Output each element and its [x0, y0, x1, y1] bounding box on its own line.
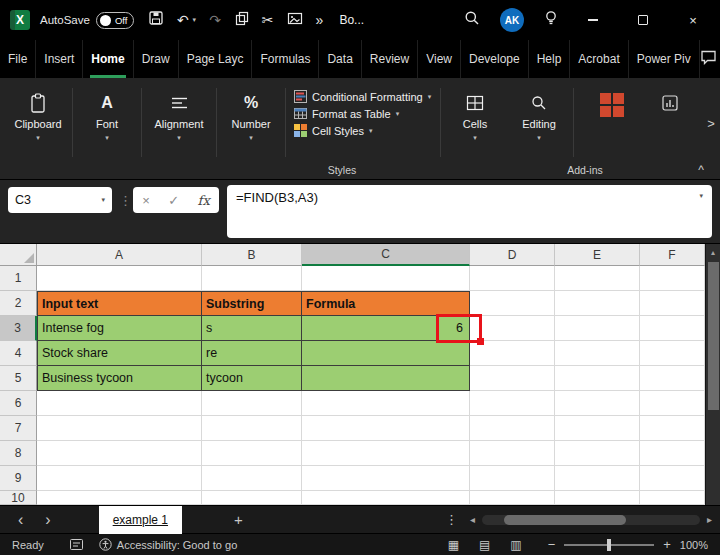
number-group-button[interactable]: % Number ▾	[219, 80, 283, 179]
zoom-slider-thumb[interactable]	[607, 539, 611, 551]
workbook-name[interactable]: Bo...	[339, 13, 364, 27]
column-header-d[interactable]: D	[470, 244, 555, 266]
cell[interactable]	[202, 491, 302, 505]
cell[interactable]	[470, 291, 555, 316]
cell[interactable]	[640, 391, 705, 416]
scroll-up-icon[interactable]: ▴	[706, 244, 720, 260]
cell[interactable]	[202, 441, 302, 466]
tab-insert[interactable]: Insert	[36, 40, 83, 78]
tab-file[interactable]: File	[0, 40, 36, 78]
search-icon[interactable]	[464, 10, 480, 30]
horizontal-scroll-thumb[interactable]	[504, 515, 626, 525]
row-header-10[interactable]: 10	[0, 491, 37, 505]
cell[interactable]	[470, 266, 555, 291]
page-break-view-icon[interactable]: ▥	[510, 538, 521, 552]
cut-icon[interactable]: ✂	[262, 12, 274, 28]
row-header-8[interactable]: 8	[0, 441, 37, 466]
insert-function-icon[interactable]: fx	[198, 193, 210, 208]
normal-view-icon[interactable]: ▦	[448, 538, 459, 552]
vertical-scrollbar[interactable]: ▴	[705, 244, 720, 505]
maximize-button[interactable]	[628, 6, 658, 34]
tab-formulas[interactable]: Formulas	[252, 40, 319, 78]
cell-c2[interactable]: Formula	[302, 291, 470, 316]
analyze-data-button[interactable]	[648, 80, 692, 179]
cell-b3[interactable]: s	[202, 316, 302, 341]
name-box-dropdown-icon[interactable]: ▾	[101, 196, 105, 204]
cell[interactable]	[640, 341, 705, 366]
column-header-b[interactable]: B	[202, 244, 302, 266]
tab-acrobat[interactable]: Acrobat	[570, 40, 628, 78]
picture-icon[interactable]	[287, 11, 303, 30]
column-header-c[interactable]: C	[302, 244, 470, 266]
enter-icon[interactable]: ✓	[168, 193, 179, 208]
cell[interactable]	[640, 491, 705, 505]
cell[interactable]	[470, 416, 555, 441]
autosave-toggle[interactable]: Off	[96, 12, 134, 29]
zoom-level[interactable]: 100%	[680, 539, 708, 551]
cell-b2[interactable]: Substring	[202, 291, 302, 316]
cell[interactable]	[470, 466, 555, 491]
horizontal-scrollbar[interactable]: ◂ ▸	[470, 514, 712, 525]
qat-overflow-icon[interactable]: »	[316, 12, 324, 28]
lightbulb-icon[interactable]	[544, 10, 558, 30]
ribbon-scroll-right-icon[interactable]: >	[704, 116, 718, 131]
row-header-7[interactable]: 7	[0, 416, 37, 441]
cell[interactable]	[640, 416, 705, 441]
tab-data[interactable]: Data	[319, 40, 361, 78]
sheet-tab-example1[interactable]: example 1	[99, 506, 182, 534]
comments-icon[interactable]	[700, 49, 717, 69]
cell[interactable]	[302, 416, 470, 441]
close-button[interactable]: ×	[678, 6, 708, 34]
cell-a2[interactable]: Input text	[37, 291, 202, 316]
cell[interactable]	[202, 391, 302, 416]
cell[interactable]	[640, 316, 705, 341]
cell[interactable]	[555, 341, 640, 366]
cancel-icon[interactable]: ×	[142, 193, 150, 208]
zoom-slider[interactable]	[564, 544, 654, 546]
cell[interactable]	[470, 391, 555, 416]
undo-dropdown-icon[interactable]: ▾	[193, 16, 197, 24]
cell[interactable]	[37, 391, 202, 416]
sheet-options-icon[interactable]: ⋮	[445, 512, 458, 527]
new-sheet-button[interactable]: +	[234, 511, 243, 528]
copy-icon[interactable]	[234, 11, 249, 30]
tab-review[interactable]: Review	[362, 40, 418, 78]
tab-help[interactable]: Help	[529, 40, 571, 78]
cell[interactable]	[555, 366, 640, 391]
tab-power-pivot[interactable]: Power Piv	[629, 40, 700, 78]
cell[interactable]	[202, 266, 302, 291]
cell[interactable]	[555, 391, 640, 416]
column-header-e[interactable]: E	[555, 244, 640, 266]
row-header-6[interactable]: 6	[0, 391, 37, 416]
cell[interactable]	[640, 366, 705, 391]
cell-b5[interactable]: tycoon	[202, 366, 302, 391]
account-avatar[interactable]: AK	[500, 8, 524, 32]
collapse-ribbon-icon[interactable]: ^	[698, 163, 704, 177]
name-box[interactable]: C3 ▾	[8, 187, 112, 213]
cell-a5[interactable]: Business tycoon	[37, 366, 202, 391]
cell[interactable]	[640, 441, 705, 466]
tab-draw[interactable]: Draw	[134, 40, 179, 78]
cell[interactable]	[202, 466, 302, 491]
cells-group-button[interactable]: Cells ▾	[443, 80, 507, 179]
cell[interactable]	[640, 466, 705, 491]
cell[interactable]	[555, 316, 640, 341]
column-header-f[interactable]: F	[640, 244, 705, 266]
clipboard-group-button[interactable]: Clipboard ▾	[6, 80, 70, 179]
next-sheet-icon[interactable]: ›	[45, 512, 50, 528]
row-header-1[interactable]: 1	[0, 266, 37, 291]
cell-c4[interactable]	[302, 341, 470, 366]
zoom-out-icon[interactable]: −	[548, 537, 556, 552]
tab-view[interactable]: View	[418, 40, 461, 78]
cell[interactable]	[640, 266, 705, 291]
row-header-4[interactable]: 4	[0, 341, 37, 366]
row-header-5[interactable]: 5	[0, 366, 37, 391]
cell[interactable]	[37, 491, 202, 505]
alignment-group-button[interactable]: Alignment ▾	[144, 80, 214, 179]
cell[interactable]	[37, 266, 202, 291]
page-layout-view-icon[interactable]: ▤	[479, 538, 490, 552]
save-icon[interactable]	[148, 10, 164, 30]
cell[interactable]	[640, 291, 705, 316]
cell[interactable]	[470, 491, 555, 505]
record-macro-icon[interactable]	[70, 539, 83, 550]
